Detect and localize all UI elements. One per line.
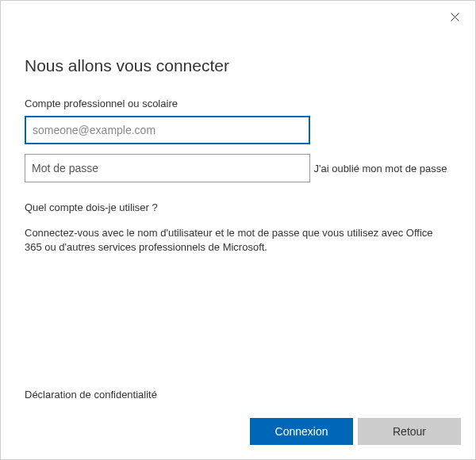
privacy-link[interactable]: Déclaration de confidentialité	[25, 389, 157, 401]
back-button[interactable]: Retour	[358, 418, 461, 445]
description-text: Connectez-vous avec le nom d'utilisateur…	[25, 226, 451, 255]
dialog-footer: Connexion Retour	[250, 418, 461, 445]
close-button[interactable]	[439, 4, 470, 29]
dialog-content: Nous allons vous connecter Compte profes…	[1, 1, 475, 255]
page-title: Nous allons vous connecter	[25, 56, 451, 75]
which-account-label: Quel compte dois-je utiliser ?	[25, 201, 451, 213]
close-icon	[451, 13, 459, 21]
password-field[interactable]	[25, 154, 310, 182]
signin-button[interactable]: Connexion	[250, 418, 353, 445]
account-label: Compte professionnel ou scolaire	[25, 98, 451, 109]
forgot-password-link[interactable]: J'ai oublié mon mot de passe	[313, 163, 447, 174]
email-field[interactable]	[25, 116, 310, 144]
signin-dialog: Nous allons vous connecter Compte profes…	[0, 0, 476, 460]
